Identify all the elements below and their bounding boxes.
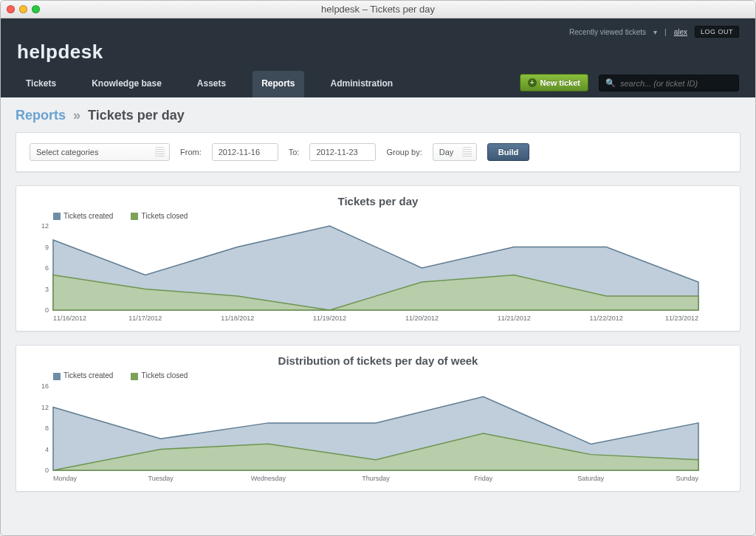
app-header: Recently viewed tickets▾ | alex LOG OUT … <box>1 18 755 97</box>
svg-text:0: 0 <box>45 467 49 474</box>
legend-swatch-s1 <box>53 373 61 380</box>
new-ticket-button[interactable]: + New ticket <box>520 74 588 92</box>
svg-text:Sunday: Sunday <box>676 475 698 482</box>
svg-text:8: 8 <box>45 425 49 432</box>
svg-text:11/20/2012: 11/20/2012 <box>405 315 439 322</box>
current-user-link[interactable]: alex <box>674 28 687 36</box>
category-select[interactable]: Select categories <box>30 143 170 161</box>
to-date-input[interactable]: 2012-11-23 <box>309 143 376 161</box>
chart-1: Tickets per day Tickets created Tickets … <box>16 185 740 331</box>
logout-button[interactable]: LOG OUT <box>695 26 739 38</box>
chart-1-canvas: 03691211/16/201211/17/201211/18/201211/1… <box>27 221 704 325</box>
from-label: From: <box>180 148 202 157</box>
svg-text:11/18/2012: 11/18/2012 <box>221 315 254 322</box>
svg-text:11/16/2012: 11/16/2012 <box>53 315 86 322</box>
svg-text:Wednesday: Wednesday <box>251 475 286 482</box>
svg-text:Tuesday: Tuesday <box>148 475 174 482</box>
groupby-select[interactable]: Day <box>433 143 477 161</box>
svg-text:9: 9 <box>45 244 49 251</box>
recent-tickets-link[interactable]: Recently viewed tickets <box>569 28 646 36</box>
svg-text:Saturday: Saturday <box>577 475 605 482</box>
svg-text:16: 16 <box>41 382 49 390</box>
report-filters: Select categories From: 2012-11-16 To: 2… <box>16 132 740 172</box>
svg-text:12: 12 <box>41 222 49 230</box>
legend-swatch-s2 <box>131 213 138 220</box>
build-button[interactable]: Build <box>487 143 530 161</box>
app-window: helpdesk – Tickets per day Recently view… <box>0 0 756 536</box>
chart-1-title: Tickets per day <box>27 195 729 207</box>
nav-item-assets[interactable]: Assets <box>188 71 235 97</box>
search-input-wrap[interactable]: 🔍 <box>599 75 739 92</box>
breadcrumb-root[interactable]: Reports <box>16 108 66 123</box>
window-titlebar: helpdesk – Tickets per day <box>1 1 755 18</box>
svg-text:Thursday: Thursday <box>362 475 390 482</box>
chart-1-legend: Tickets created Tickets closed <box>53 212 729 220</box>
search-icon: 🔍 <box>605 78 616 88</box>
search-input[interactable] <box>620 79 732 88</box>
svg-text:Friday: Friday <box>474 475 493 482</box>
groupby-label: Group by: <box>386 148 422 157</box>
svg-text:11/17/2012: 11/17/2012 <box>128 315 162 322</box>
brand-logo: helpdesk <box>17 41 739 63</box>
plus-icon: + <box>528 78 537 87</box>
from-date-input[interactable]: 2012-11-16 <box>212 143 278 161</box>
svg-text:11/19/2012: 11/19/2012 <box>313 315 346 322</box>
nav-item-knowledge-base[interactable]: Knowledge base <box>83 71 171 97</box>
svg-text:Monday: Monday <box>53 475 78 482</box>
window-title: helpdesk – Tickets per day <box>1 4 755 15</box>
to-label: To: <box>289 148 300 157</box>
chart-2-title: Distribution of tickets per day of week <box>27 354 729 367</box>
svg-text:3: 3 <box>45 286 49 293</box>
chevron-down-icon: ▾ <box>653 28 657 36</box>
chart-2-legend: Tickets created Tickets closed <box>53 371 729 379</box>
page-body: Reports » Tickets per day Select categor… <box>1 97 755 535</box>
svg-text:6: 6 <box>45 264 49 272</box>
svg-text:11/22/2012: 11/22/2012 <box>590 315 623 322</box>
svg-text:4: 4 <box>45 445 49 453</box>
new-ticket-label: New ticket <box>540 78 580 87</box>
legend-swatch-s2 <box>131 373 138 380</box>
svg-text:0: 0 <box>45 306 49 314</box>
nav-item-reports[interactable]: Reports <box>252 71 303 97</box>
page-title: Tickets per day <box>88 108 185 123</box>
svg-text:11/21/2012: 11/21/2012 <box>498 315 531 322</box>
svg-text:12: 12 <box>41 403 49 410</box>
chart-2: Distribution of tickets per day of week … <box>16 345 740 491</box>
svg-text:11/23/2012: 11/23/2012 <box>665 315 698 322</box>
legend-swatch-s1 <box>53 213 61 220</box>
nav-item-tickets[interactable]: Tickets <box>17 71 65 97</box>
nav-item-administration[interactable]: Administration <box>322 71 402 97</box>
chart-2-canvas: 0481216MondayTuesdayWednesdayThursdayFri… <box>27 382 704 485</box>
main-nav: TicketsKnowledge baseAssetsReportsAdmini… <box>17 71 402 97</box>
breadcrumb: Reports » Tickets per day <box>16 108 740 132</box>
